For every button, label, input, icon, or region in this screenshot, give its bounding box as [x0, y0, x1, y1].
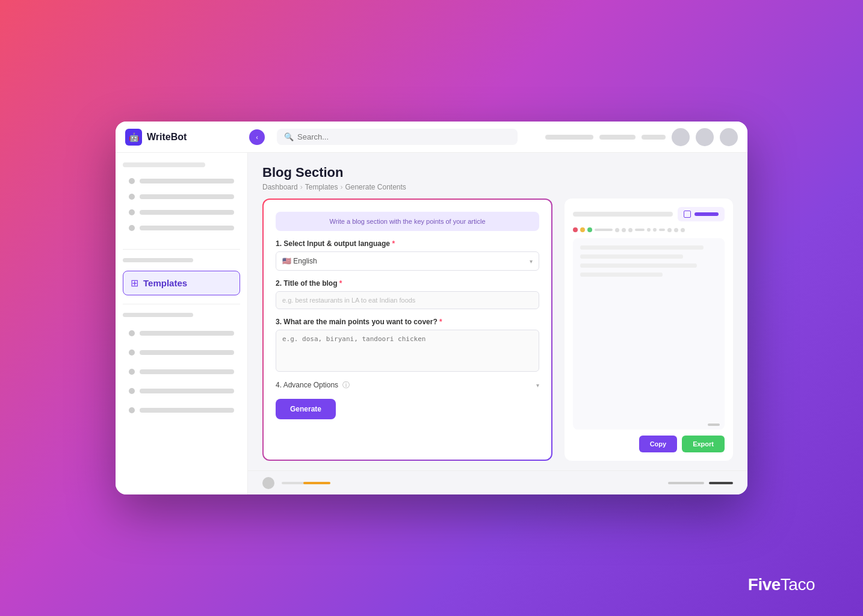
form-header-note: Write a blog section with the key points… — [276, 212, 539, 231]
advance-chevron-icon: ▾ — [536, 382, 539, 389]
bottom-circle — [262, 477, 274, 489]
advance-options-row[interactable]: 4. Advance Options ⓘ ▾ — [276, 380, 539, 390]
sidebar-label-3 — [140, 210, 234, 215]
toolbar-dot-g — [681, 228, 685, 232]
sidebar-dot-5 — [129, 330, 135, 336]
sidebar-item-4[interactable] — [123, 220, 240, 236]
sidebar-ph-1 — [123, 162, 205, 167]
form-step-2-label: 2. Title of the blog * — [276, 279, 539, 288]
step4-info-icon: ⓘ — [342, 381, 350, 389]
logo-area: 🤖 WriteBot — [125, 129, 221, 146]
sidebar-label-9 — [140, 408, 234, 413]
content-top: Blog Section Dashboard › Templates › Gen… — [248, 153, 747, 199]
topbar-placeholder-2 — [599, 135, 636, 140]
toolbar-dot-c — [647, 228, 651, 232]
sidebar-item-5[interactable] — [123, 325, 240, 341]
sidebar-label-8 — [140, 389, 234, 393]
sidebar-label-7 — [140, 369, 234, 374]
export-button[interactable]: Export — [682, 436, 725, 452]
app-window: 🤖 WriteBot ‹ 🔍 — [116, 122, 747, 494]
sidebar-item-3[interactable] — [123, 205, 240, 220]
step1-required: * — [392, 239, 395, 248]
main-layout: ⊞ Templates — [116, 153, 747, 494]
sidebar-item-8[interactable] — [123, 383, 240, 399]
toolbar-bar-2 — [635, 229, 645, 231]
right-panel-top — [573, 207, 725, 221]
topbar-placeholder-1 — [545, 135, 593, 140]
content-line-4 — [580, 273, 663, 277]
avatar-2[interactable] — [696, 128, 714, 146]
form-step-1-label: 1. Select Input & output language * — [276, 239, 539, 248]
step3-text: What are the main points you want to cov… — [283, 318, 437, 326]
form-step-2: 2. Title of the blog * e.g. best restaur… — [276, 279, 539, 309]
toolbar-dot-red — [573, 227, 578, 232]
action-btn-bar — [694, 212, 719, 216]
form-step-3: 3. What are the main points you want to … — [276, 318, 539, 372]
generate-button[interactable]: Generate — [276, 399, 336, 419]
collapse-button[interactable]: ‹ — [249, 129, 265, 145]
bottom-bar-2 — [709, 482, 733, 484]
search-input[interactable] — [297, 132, 510, 141]
bottom-bar-1 — [668, 482, 704, 484]
right-panel-search-bar — [573, 212, 673, 217]
blog-title-placeholder: e.g. best restaurants in LA to eat India… — [282, 297, 415, 304]
sidebar-label-2 — [140, 194, 234, 199]
sidebar-item-6[interactable] — [123, 345, 240, 360]
breadcrumb-item-dashboard[interactable]: Dashboard — [262, 183, 298, 191]
form-step-1: 1. Select Input & output language * 🇺🇸 E… — [276, 239, 539, 271]
sidebar-divider-2 — [123, 304, 240, 304]
search-bar[interactable]: 🔍 — [277, 129, 518, 145]
copy-button[interactable]: Copy — [639, 436, 678, 452]
logo-icon: 🤖 — [125, 129, 142, 146]
language-value: 🇺🇸 English — [282, 257, 317, 265]
content-line-1 — [580, 245, 704, 250]
sidebar-dot-1 — [129, 178, 135, 184]
resize-handle — [708, 424, 720, 426]
chevron-down-icon: ▾ — [530, 258, 533, 265]
watermark: FiveTaco — [748, 575, 815, 594]
sidebar-item-2[interactable] — [123, 189, 240, 205]
bottom-right-bars — [668, 482, 733, 484]
top-bar: 🤖 WriteBot ‹ 🔍 — [116, 122, 747, 153]
sidebar-item-7[interactable] — [123, 364, 240, 380]
sidebar-group-1 — [123, 162, 240, 236]
right-panel-action-btn[interactable] — [678, 207, 725, 221]
toolbar-dot-e — [667, 228, 672, 232]
sidebar-label-4 — [140, 226, 234, 230]
main-points-textarea[interactable] — [276, 330, 539, 372]
sidebar-item-9[interactable] — [123, 402, 240, 418]
step3-number: 3. — [276, 318, 282, 326]
form-panel: Write a blog section with the key points… — [264, 200, 551, 460]
step4-number: 4. — [276, 381, 282, 389]
watermark-normal: Taco — [781, 575, 815, 594]
sidebar-item-1[interactable] — [123, 173, 240, 189]
sidebar-divider-1 — [123, 249, 240, 250]
step2-number: 2. — [276, 279, 282, 288]
step1-text: Select Input & output language — [283, 239, 390, 248]
sidebar-label-6 — [140, 350, 234, 355]
blog-title-input[interactable]: e.g. best restaurants in LA to eat India… — [276, 291, 539, 309]
sidebar-section-label-1 — [123, 258, 193, 262]
toolbar-bar-3 — [659, 229, 665, 231]
toolbar-bar-1 — [595, 229, 613, 231]
avatar-1[interactable] — [672, 128, 690, 146]
top-bar-right — [545, 128, 738, 146]
sidebar-dot-3 — [129, 209, 135, 215]
step1-number: 1. — [276, 239, 282, 248]
form-panel-wrapper: Write a blog section with the key points… — [262, 199, 552, 461]
avatar-3[interactable] — [720, 128, 738, 146]
action-btn-icon — [684, 211, 691, 218]
toolbar-dot-f — [674, 228, 678, 232]
breadcrumb-item-templates[interactable]: Templates — [305, 183, 338, 191]
toolbar-row — [573, 227, 725, 232]
sidebar: ⊞ Templates — [116, 153, 248, 494]
breadcrumb-item-generate: Generate Contents — [345, 183, 406, 191]
language-select[interactable]: 🇺🇸 English ▾ — [276, 251, 539, 271]
bottom-bar — [248, 470, 747, 494]
sidebar-dot-6 — [129, 350, 135, 356]
toolbar-dot-green — [587, 227, 592, 232]
form-step-3-label: 3. What are the main points you want to … — [276, 318, 539, 326]
sidebar-dot-8 — [129, 388, 135, 394]
sidebar-item-templates[interactable]: ⊞ Templates — [123, 271, 240, 295]
toolbar-dot-b — [628, 228, 633, 232]
